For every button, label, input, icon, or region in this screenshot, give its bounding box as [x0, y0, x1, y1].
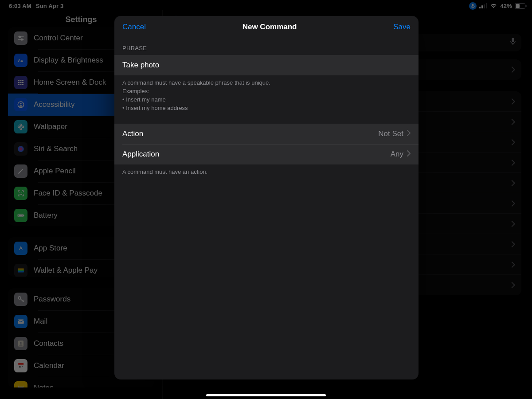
svg-rect-39 — [18, 268, 24, 270]
sidebar-item-label: Wallpaper — [34, 122, 67, 131]
battery-icon — [515, 3, 527, 9]
svg-rect-24 — [22, 84, 23, 85]
battery-percent: 42% — [500, 3, 512, 9]
mail-icon — [14, 315, 27, 328]
svg-rect-47 — [18, 363, 24, 365]
svg-point-26 — [20, 103, 21, 104]
sidebar-item-label: Battery — [34, 211, 58, 220]
svg-point-28 — [20, 124, 22, 126]
footer-line: A command must have a speakable phrase t… — [122, 79, 411, 87]
phrase-section-header: Phrase — [114, 37, 419, 55]
grid-icon — [14, 76, 27, 89]
svg-rect-3 — [479, 7, 481, 8]
sidebar-item-label: Home Screen & Dock — [34, 78, 106, 87]
svg-rect-1 — [472, 4, 474, 6]
action-section-footer: A command must have an action. — [114, 164, 419, 178]
sidebar-item-label: Display & Brightness — [34, 56, 103, 65]
svg-rect-18 — [22, 80, 23, 81]
svg-rect-16 — [18, 80, 20, 81]
svg-point-25 — [18, 102, 24, 108]
footer-line: • Insert my home address — [122, 104, 411, 113]
sidebar-item-label: App Store — [34, 244, 67, 253]
svg-rect-58 — [512, 38, 514, 42]
voice-control-icon — [469, 2, 477, 10]
svg-rect-19 — [18, 82, 20, 83]
home-indicator[interactable] — [206, 394, 326, 396]
svg-rect-54 — [18, 385, 23, 387]
footer-line: • Insert my name — [122, 96, 411, 104]
status-right: 42% — [469, 2, 527, 10]
calendar-icon — [14, 359, 27, 372]
phrase-input-value: Take photo — [122, 61, 159, 70]
flower-icon — [14, 120, 27, 133]
svg-point-51 — [19, 368, 20, 368]
svg-point-48 — [19, 366, 20, 367]
svg-rect-40 — [18, 270, 24, 271]
chevron-right-icon — [407, 129, 411, 138]
svg-point-31 — [22, 126, 24, 128]
svg-text:A: A — [21, 59, 23, 63]
sidebar-item-label: Siri & Search — [34, 145, 78, 153]
sidebar-item-label: Wallet & Apple Pay — [34, 266, 98, 275]
status-time: 6:03 AM — [9, 3, 31, 9]
action-label: Action — [122, 129, 143, 138]
person-icon — [14, 98, 27, 111]
contacts-icon — [14, 337, 27, 350]
svg-point-45 — [20, 342, 22, 344]
svg-rect-22 — [18, 84, 20, 85]
svg-point-50 — [22, 366, 23, 367]
svg-rect-23 — [20, 84, 22, 85]
svg-point-29 — [20, 128, 22, 130]
svg-point-52 — [20, 368, 21, 368]
action-value: Not Set — [378, 129, 403, 138]
svg-point-13 — [21, 39, 23, 40]
sidebar-item-label: Apple Pencil — [34, 167, 76, 176]
pencil-icon — [14, 164, 27, 178]
svg-rect-36 — [23, 215, 24, 216]
chevron-right-icon — [407, 150, 411, 159]
svg-point-30 — [18, 126, 20, 128]
cancel-button[interactable]: Cancel — [122, 23, 146, 31]
sheet-title: New Command — [243, 23, 297, 31]
sidebar-item-label: Passwords — [34, 295, 70, 304]
sidebar-item-label: Accessibility — [34, 100, 75, 109]
new-command-sheet: Cancel New Command Save Phrase Take phot… — [114, 16, 419, 379]
svg-rect-17 — [20, 80, 22, 81]
svg-rect-41 — [18, 271, 24, 272]
dictate-icon[interactable] — [510, 37, 516, 48]
svg-rect-20 — [20, 82, 22, 83]
sidebar-item-label: Notes — [34, 383, 53, 387]
svg-rect-5 — [484, 4, 485, 8]
action-row[interactable]: Action Not Set — [114, 124, 419, 144]
sidebar-item-label: Mail — [34, 317, 47, 326]
svg-rect-6 — [486, 3, 487, 8]
faceid-icon — [14, 187, 27, 200]
aa-icon: AA — [14, 54, 27, 67]
wallet-icon — [14, 264, 27, 277]
svg-point-32 — [18, 146, 24, 152]
svg-point-38 — [18, 245, 24, 251]
appstore-icon — [14, 242, 27, 255]
status-bar: 6:03 AM Sun Apr 3 42% — [0, 0, 532, 10]
svg-point-49 — [20, 366, 21, 367]
siri-icon — [14, 142, 27, 156]
svg-rect-43 — [18, 320, 24, 324]
svg-rect-2 — [473, 8, 473, 8]
save-button[interactable]: Save — [393, 23, 411, 31]
footer-line: Examples: — [122, 87, 411, 96]
phrase-section-footer: A command must have a speakable phrase t… — [114, 75, 419, 114]
wifi-icon — [490, 3, 497, 8]
svg-rect-59 — [512, 43, 513, 45]
status-date: Sun Apr 3 — [36, 3, 64, 9]
application-value: Any — [391, 150, 403, 159]
sidebar-item-label: Control Center — [34, 34, 83, 43]
svg-point-27 — [20, 126, 21, 127]
notes-icon — [14, 381, 27, 387]
svg-point-34 — [22, 192, 23, 193]
svg-rect-4 — [481, 5, 483, 8]
application-row[interactable]: Application Any — [114, 144, 419, 164]
key-icon — [14, 293, 27, 306]
svg-point-33 — [20, 192, 20, 193]
slider-icon — [14, 31, 27, 45]
phrase-input-row[interactable]: Take photo — [114, 55, 419, 75]
